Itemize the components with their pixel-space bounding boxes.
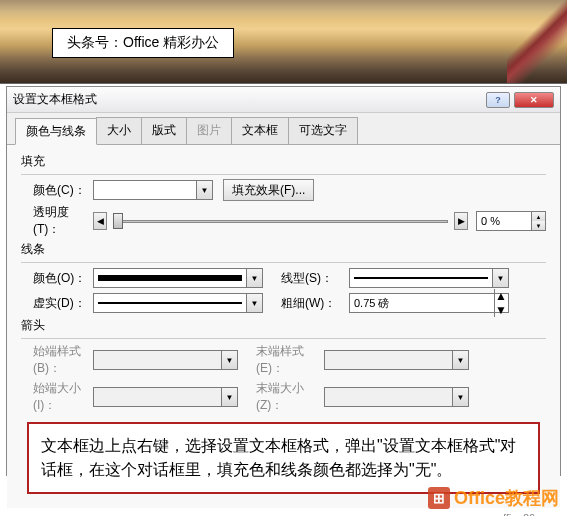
tabstrip: 颜色与线条 大小 版式 图片 文本框 可选文字 <box>7 113 560 145</box>
section-fill: 填充 <box>21 153 546 170</box>
label-end-style: 末端样式(E)： <box>252 343 324 377</box>
chevron-down-icon: ▼ <box>221 388 237 406</box>
close-button[interactable]: ✕ <box>514 92 554 108</box>
chevron-down-icon: ▼ <box>246 269 262 287</box>
line-style-combo[interactable]: ▼ <box>349 268 509 288</box>
chevron-down-icon: ▼ <box>246 294 262 312</box>
label-line-color: 颜色(O)： <box>21 270 93 287</box>
line-dash-combo[interactable]: ▼ <box>93 293 263 313</box>
tab-color-lines[interactable]: 颜色与线条 <box>15 118 97 145</box>
spin-up-icon[interactable]: ▲ <box>531 212 545 221</box>
label-line-style: 线型(S)： <box>277 270 349 287</box>
transparency-slider[interactable] <box>113 212 448 230</box>
tab-picture: 图片 <box>186 117 232 144</box>
line-color-combo[interactable]: ▼ <box>93 268 263 288</box>
label-line-weight: 粗细(W)： <box>277 295 349 312</box>
watermark: ⊞ Office教程网 <box>428 486 559 510</box>
watermark-brand: Office教程网 <box>454 486 559 510</box>
banner: 头条号：Office 精彩办公 <box>0 0 567 84</box>
begin-size-combo: ▼ <box>93 387 238 407</box>
section-line: 线条 <box>21 241 546 258</box>
fill-effects-button[interactable]: 填充效果(F)... <box>223 179 314 201</box>
tab-textbox[interactable]: 文本框 <box>231 117 289 144</box>
label-line-dash: 虚实(D)： <box>21 295 93 312</box>
end-style-combo: ▼ <box>324 350 469 370</box>
label-fill-color: 颜色(C)： <box>21 182 93 199</box>
spin-down-icon[interactable]: ▼ <box>531 221 545 230</box>
label-begin-size: 始端大小(I)： <box>21 380 93 414</box>
watermark-url: www.office26.com <box>471 512 559 516</box>
line-style-sample <box>354 277 488 279</box>
transparency-spin[interactable]: 0 % ▲▼ <box>476 211 546 231</box>
banner-caption: 头条号：Office 精彩办公 <box>52 28 234 58</box>
label-end-size: 末端大小(Z)： <box>252 380 324 414</box>
spin-down-icon[interactable]: ▼ <box>495 303 508 317</box>
chevron-down-icon: ▼ <box>452 388 468 406</box>
line-color-swatch <box>98 275 242 281</box>
line-weight-combo[interactable]: 0.75 磅 ▲ ▼ <box>349 293 509 313</box>
dialog-format-textbox: 设置文本框格式 ? ✕ 颜色与线条 大小 版式 图片 文本框 可选文字 填充 颜… <box>6 86 561 476</box>
label-begin-style: 始端样式(B)： <box>21 343 93 377</box>
logo-icon: ⊞ <box>428 487 450 509</box>
panel-color-lines: 填充 颜色(C)： ▼ 填充效果(F)... 透明度(T)： ◀ ▶ 0 % ▲… <box>7 145 560 508</box>
label-transparency: 透明度(T)： <box>21 204 93 238</box>
transparency-decrease[interactable]: ◀ <box>93 212 107 230</box>
instruction-note: 文本框边上点右键，选择设置文本框格式，弹出"设置文本框格式"对话框，在这个对话框… <box>27 422 540 494</box>
tab-layout[interactable]: 版式 <box>141 117 187 144</box>
help-button[interactable]: ? <box>486 92 510 108</box>
dialog-title: 设置文本框格式 <box>13 91 482 108</box>
chevron-down-icon: ▼ <box>221 351 237 369</box>
line-dash-sample <box>98 302 242 304</box>
chevron-down-icon: ▼ <box>452 351 468 369</box>
begin-style-combo: ▼ <box>93 350 238 370</box>
transparency-increase[interactable]: ▶ <box>454 212 468 230</box>
fill-color-combo[interactable]: ▼ <box>93 180 213 200</box>
section-arrow: 箭头 <box>21 317 546 334</box>
titlebar: 设置文本框格式 ? ✕ <box>7 87 560 113</box>
tab-size[interactable]: 大小 <box>96 117 142 144</box>
chevron-down-icon: ▼ <box>492 269 508 287</box>
chevron-down-icon: ▼ <box>196 181 212 199</box>
spin-up-icon[interactable]: ▲ <box>495 289 508 303</box>
end-size-combo: ▼ <box>324 387 469 407</box>
tab-alt-text[interactable]: 可选文字 <box>288 117 358 144</box>
